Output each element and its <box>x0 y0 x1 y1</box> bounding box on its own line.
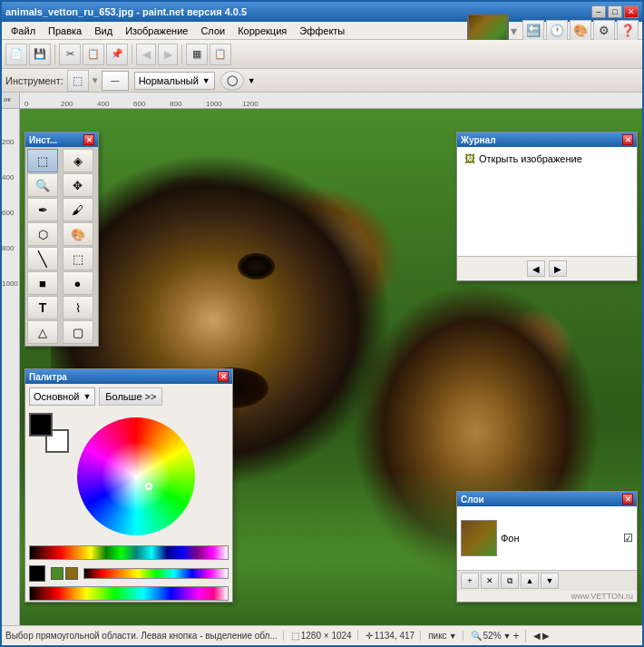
main-toolbar: 📄 💾 ✂ 📋 📌 ◀ ▶ ▦ 📋 <box>2 40 642 69</box>
toolbar-right-btn1[interactable]: 🔙 <box>522 20 544 42</box>
undo-button[interactable]: ◀ <box>136 44 156 65</box>
toolbar-right-btn5[interactable]: ❓ <box>617 20 639 42</box>
foreground-color-swatch[interactable] <box>29 413 53 436</box>
color-strip[interactable] <box>29 545 229 560</box>
tool-clone[interactable]: ⬡ <box>27 222 58 246</box>
history-panel-close[interactable]: ✕ <box>622 134 633 145</box>
status-dimensions: ⬚ 1280 × 1024 <box>291 631 358 641</box>
tool-recolor[interactable]: 🎨 <box>63 222 93 246</box>
tool-select-magic[interactable]: ◈ <box>63 149 93 172</box>
palette-top: Основной ▼ Больше >> <box>25 384 232 409</box>
layer-move-down-button[interactable]: ▼ <box>541 573 559 589</box>
status-bar: Выбор прямоугольной области. Левая кнопк… <box>2 625 642 645</box>
ruler-h-1200: 1200 <box>242 100 278 108</box>
tool-select-rect[interactable]: ⬚ <box>27 149 58 172</box>
zoom-in-button[interactable]: + <box>512 630 519 642</box>
menu-edit[interactable]: Правка <box>43 24 87 38</box>
tool-pencil[interactable]: ✒ <box>27 198 58 221</box>
tool-width-input[interactable]: — <box>102 71 129 91</box>
tool-label: Инструмент: <box>5 75 63 86</box>
tool-line[interactable]: ╲ <box>27 247 58 270</box>
save-button[interactable]: 💾 <box>29 44 51 65</box>
menu-layers[interactable]: Слои <box>195 24 230 38</box>
layer-name: Фон <box>501 533 620 544</box>
watermark: www.VETTON.ru <box>457 591 637 602</box>
history-forward-button[interactable]: ▶ <box>549 260 567 277</box>
maximize-button[interactable]: □ <box>608 5 622 18</box>
ruler-h-1000: 1000 <box>206 100 242 108</box>
layer-duplicate-button[interactable]: ⧉ <box>501 573 519 589</box>
menu-image[interactable]: Изображение <box>120 24 193 38</box>
close-button[interactable]: ✕ <box>624 5 639 18</box>
status-nav: ◀ ▶ <box>533 631 555 641</box>
tool-eraser[interactable]: ⬚ <box>63 247 93 270</box>
tools-panel-title: Инст... <box>29 135 57 145</box>
mini-color-strip[interactable] <box>83 568 229 579</box>
full-color-strip[interactable] <box>29 586 229 601</box>
toolbar-right-btn3[interactable]: 🎨 <box>570 20 591 42</box>
thumbnail-arrow: ▾ <box>511 24 517 38</box>
tool-text[interactable]: T <box>27 296 58 319</box>
layers-panel-close[interactable]: ✕ <box>622 494 633 505</box>
palette-panel-close[interactable]: ✕ <box>218 371 229 382</box>
redo-button[interactable]: ▶ <box>158 44 178 65</box>
zoom-out-button[interactable]: 🔍 <box>471 631 482 641</box>
tools-panel: Инст... ✕ ⬚ ◈ 🔍 ✥ ✒ 🖌 ⬡ 🎨 ╲ ⬚ ■ <box>24 132 99 347</box>
ruler-v-800: 800 <box>2 244 19 252</box>
minimize-button[interactable]: – <box>591 5 606 18</box>
tool-brush[interactable]: 🖌 <box>63 198 93 221</box>
menu-corrections[interactable]: Коррекция <box>232 24 292 38</box>
paste-button[interactable]: 📌 <box>106 44 128 65</box>
ruler-unit: ик <box>2 93 13 105</box>
canvas-area[interactable]: Инст... ✕ ⬚ ◈ 🔍 ✥ ✒ 🖌 ⬡ 🎨 ╲ ⬚ ■ <box>20 109 642 625</box>
toolbar-right-btn4[interactable]: ⚙ <box>593 20 615 42</box>
blend-mode-select[interactable]: Нормальный ▼ <box>134 72 215 90</box>
history-panel-titlebar: Журнал ✕ <box>457 132 637 147</box>
black-swatch[interactable] <box>29 565 45 582</box>
layer-add-button[interactable]: + <box>461 573 479 589</box>
new-file-button[interactable]: 📄 <box>5 44 27 65</box>
select-tool-icon[interactable]: ⬚ <box>67 70 89 92</box>
brown-swatch[interactable] <box>65 567 78 580</box>
ruler-v-400: 400 <box>2 173 19 181</box>
history-nav: ◀ ▶ <box>457 256 637 280</box>
nav-left[interactable]: ◀ <box>533 631 541 641</box>
tool-fill-rect[interactable]: ■ <box>27 271 58 295</box>
copy-button[interactable]: 📋 <box>83 44 104 65</box>
history-back-button[interactable]: ◀ <box>527 260 545 277</box>
palette-mode-select[interactable]: Основной ▼ <box>29 387 95 406</box>
history-content: 🖼 Открыть изображение <box>457 147 637 256</box>
alpha-selector[interactable]: ◯ <box>220 71 244 91</box>
tool-path[interactable]: ⌇ <box>63 296 93 319</box>
layers-panel: Слои ✕ Фон ☑ + ✕ ⧉ ▲ ▼ www <box>456 491 638 603</box>
tool-fill-ellipse[interactable]: ● <box>63 271 93 295</box>
tool-zoom[interactable]: 🔍 <box>27 173 58 197</box>
layer-visibility-checkbox[interactable]: ☑ <box>623 532 633 544</box>
menu-view[interactable]: Вид <box>89 24 118 38</box>
layer-thumbnail <box>461 520 497 556</box>
tools-panel-close[interactable]: ✕ <box>83 134 94 145</box>
ruler-v-600: 600 <box>2 209 19 217</box>
doc-button[interactable]: 📋 <box>210 44 231 65</box>
color-wheel[interactable] <box>77 417 195 535</box>
ruler-h-400: 400 <box>97 100 133 108</box>
ruler-h-0: 0 <box>24 100 61 108</box>
layer-move-up-button[interactable]: ▲ <box>521 573 539 589</box>
tool-extra[interactable]: ▢ <box>63 320 93 344</box>
tool-move[interactable]: ✥ <box>63 173 93 197</box>
layers-content: Фон ☑ <box>457 506 637 570</box>
canvas-viewport[interactable]: ик 0 200 400 600 800 1000 1200 200 <box>2 93 642 625</box>
status-coordinates: ✛ 1134, 417 <box>366 631 422 641</box>
tool-mode-dropdown-arrow: ▼ <box>91 75 100 85</box>
toolbar-right-btn2[interactable]: 🕐 <box>546 20 568 42</box>
palette-more-button[interactable]: Больше >> <box>99 387 162 406</box>
cut-button[interactable]: ✂ <box>59 44 81 65</box>
green-swatch[interactable] <box>51 567 63 580</box>
grid-button[interactable]: ▦ <box>186 44 208 65</box>
menu-file[interactable]: Файл <box>5 24 41 38</box>
layer-delete-button[interactable]: ✕ <box>481 573 499 589</box>
layers-toolbar: + ✕ ⧉ ▲ ▼ <box>457 570 637 591</box>
menu-effects[interactable]: Эффекты <box>294 24 350 38</box>
nav-right[interactable]: ▶ <box>542 631 550 641</box>
tool-shapes[interactable]: △ <box>27 320 58 344</box>
